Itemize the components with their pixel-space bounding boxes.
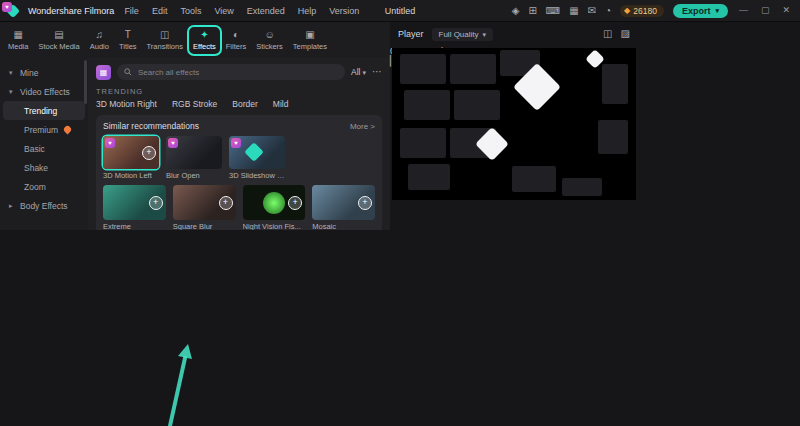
- preview-tile: [450, 54, 496, 84]
- grid-icon[interactable]: ▦: [569, 6, 578, 16]
- tab-label: Effects: [193, 42, 216, 51]
- add-effect-button[interactable]: +: [149, 196, 163, 210]
- sidebar-item-zoom[interactable]: Zoom: [0, 177, 88, 196]
- tab-stickers[interactable]: ☺Stickers: [252, 27, 287, 54]
- menu-file[interactable]: File: [124, 6, 139, 16]
- player-header: Player Full Quality▾ ◫ ▨: [390, 22, 638, 46]
- export-button[interactable]: Export ▾: [673, 4, 728, 18]
- titles-icon: T: [125, 30, 131, 40]
- tab-titles[interactable]: TTitles: [115, 27, 141, 54]
- sidebar-item-shake[interactable]: Shake: [0, 158, 88, 177]
- tab-effects[interactable]: ✦Effects: [189, 27, 220, 54]
- effect-label: Extreme: [103, 222, 166, 230]
- tab-label: Filters: [226, 42, 246, 51]
- sidebar-item-trending[interactable]: Trending: [3, 101, 85, 120]
- menu-extended[interactable]: Extended: [247, 6, 285, 16]
- heart-icon[interactable]: ♥: [168, 138, 178, 148]
- layout-icon[interactable]: ⊞: [528, 6, 536, 16]
- tab-label: Audio: [90, 42, 109, 51]
- menu-edit[interactable]: Edit: [152, 6, 168, 16]
- search-box[interactable]: [117, 64, 345, 80]
- category-border[interactable]: Border: [232, 99, 258, 109]
- video-preview[interactable]: [392, 48, 636, 200]
- project-title: Untitled: [385, 6, 416, 16]
- effects-sidebar: ▾Mine ▾Video Effects Trending Premium Ba…: [0, 58, 88, 230]
- gift-icon[interactable]: ◈: [512, 6, 520, 16]
- media-tabstrip: ▦Media ▤Stock Media ♫Audio TTitles ◫Tran…: [0, 22, 390, 58]
- heart-icon: ♥: [2, 2, 12, 12]
- menu-help[interactable]: Help: [298, 6, 317, 16]
- category-rgb-stroke[interactable]: RGB Stroke: [172, 99, 217, 109]
- close-button[interactable]: ✕: [780, 6, 792, 15]
- filter-icon: ▾: [362, 69, 366, 76]
- keyboard-icon[interactable]: ⌨: [546, 6, 560, 16]
- tab-label: Templates: [293, 42, 327, 51]
- add-effect-button[interactable]: +: [142, 146, 156, 160]
- message-icon[interactable]: ✉: [588, 6, 596, 16]
- heart-icon[interactable]: ♥: [231, 138, 241, 148]
- tab-label: Stickers: [256, 42, 283, 51]
- filter-all-button[interactable]: All▾: [351, 67, 366, 77]
- preview-tile: [602, 64, 628, 104]
- sidebar-item-label: Zoom: [24, 182, 46, 192]
- preview-tile: [408, 164, 450, 190]
- search-input[interactable]: [136, 67, 338, 78]
- tab-stock-media[interactable]: ▤Stock Media: [34, 27, 83, 54]
- effect-label: Night Vision Fis...: [243, 222, 306, 230]
- effect-blur-open[interactable]: ♥ Blur Open: [166, 136, 222, 180]
- menu-tools[interactable]: Tools: [180, 6, 201, 16]
- heart-icon[interactable]: ♥: [105, 138, 115, 148]
- minimize-button[interactable]: —: [737, 6, 750, 15]
- chevron-down-icon: ▾: [483, 31, 487, 38]
- tab-templates[interactable]: ▣Templates: [289, 27, 331, 54]
- sidebar-item-basic[interactable]: Basic: [0, 139, 88, 158]
- add-effect-button[interactable]: +: [358, 196, 372, 210]
- my-effects-icon[interactable]: ▦: [96, 65, 111, 80]
- recommendations-card: Similar recommendations More > ♥+ 3D Mot…: [96, 115, 382, 230]
- effects-row-1: ♥+ 3D Motion Left ♥ Blur Open ♥ 3D Slide…: [103, 136, 375, 180]
- maximize-button[interactable]: ▢: [759, 6, 772, 15]
- effect-3d-slideshow[interactable]: ♥ 3D Slideshow St...: [229, 136, 285, 180]
- tab-transitions[interactable]: ◫Transitions: [143, 27, 187, 54]
- transitions-icon: ◫: [160, 30, 169, 40]
- tab-audio[interactable]: ♫Audio: [86, 27, 113, 54]
- menu-version[interactable]: Version: [329, 6, 359, 16]
- category-row: 3D Motion Right RGB Stroke Border Mild: [96, 99, 382, 109]
- effect-label: Mosaic: [312, 222, 375, 230]
- sidebar-item-body-effects[interactable]: ▸Body Effects: [0, 196, 88, 215]
- tab-filters[interactable]: ◐Filters: [222, 27, 250, 54]
- sidebar-item-mine[interactable]: ▾Mine: [0, 63, 88, 82]
- menu-view[interactable]: View: [214, 6, 233, 16]
- sidebar-item-premium[interactable]: Premium: [0, 120, 88, 139]
- credits-badge[interactable]: ◆ 26180: [620, 5, 664, 17]
- player-label: Player: [398, 29, 424, 39]
- effect-night-vision[interactable]: + Night Vision Fis...: [243, 185, 306, 230]
- stock-media-icon: ▤: [54, 30, 63, 40]
- export-caret-icon[interactable]: ▾: [715, 7, 719, 15]
- more-options-icon[interactable]: ⋯: [372, 67, 382, 77]
- add-effect-button[interactable]: +: [288, 196, 302, 210]
- effect-square-blur[interactable]: + Square Blur: [173, 185, 236, 230]
- more-link[interactable]: More >: [350, 122, 375, 131]
- effect-label: Blur Open: [166, 171, 222, 180]
- category-3d-motion-right[interactable]: 3D Motion Right: [96, 99, 157, 109]
- record-icon[interactable]: ◔: [605, 6, 611, 16]
- media-view-icon[interactable]: ▨: [621, 29, 630, 39]
- flame-icon: [63, 125, 73, 135]
- tab-media[interactable]: ▦Media: [4, 27, 32, 54]
- category-mild[interactable]: Mild: [273, 99, 289, 109]
- sidebar-scrollbar[interactable]: [84, 60, 87, 104]
- menu-bar: File Edit Tools View Extended Help Versi…: [124, 6, 359, 16]
- effect-3d-motion-left[interactable]: ♥+ 3D Motion Left: [103, 136, 159, 180]
- effect-extreme[interactable]: + Extreme: [103, 185, 166, 230]
- add-effect-button[interactable]: +: [219, 196, 233, 210]
- sidebar-item-video-effects[interactable]: ▾Video Effects: [0, 82, 88, 101]
- quality-dropdown[interactable]: Full Quality▾: [432, 28, 494, 41]
- chevron-right-icon: ▸: [9, 202, 16, 210]
- effect-mosaic[interactable]: + Mosaic: [312, 185, 375, 230]
- split-view-icon[interactable]: ◫: [603, 29, 612, 39]
- sidebar-item-label: Video Effects: [20, 87, 70, 97]
- filmora-app-window: Wondershare Filmora File Edit Tools View…: [0, 0, 800, 426]
- chevron-down-icon: ▾: [9, 88, 16, 96]
- preview-tile: [512, 166, 556, 192]
